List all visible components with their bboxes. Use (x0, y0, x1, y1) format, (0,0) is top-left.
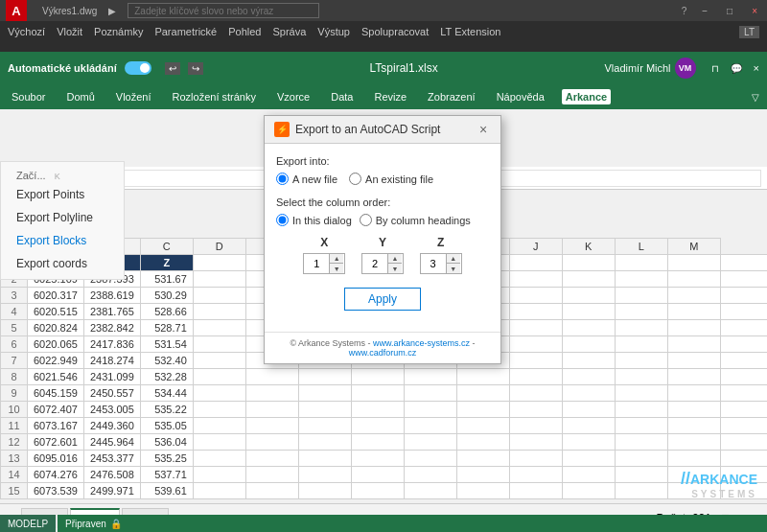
cell-b3[interactable]: 2388.619 (83, 288, 140, 304)
empty-cell[interactable] (298, 418, 351, 434)
empty-cell[interactable] (667, 353, 720, 369)
cell-b15[interactable]: 2499.971 (83, 483, 140, 499)
empty-cell[interactable] (245, 434, 298, 451)
cell-b8[interactable]: 2431.099 (83, 369, 140, 385)
menu-parametricke[interactable]: Parametrické (154, 26, 217, 37)
empty-cell[interactable] (298, 369, 351, 385)
menu-data[interactable]: Data (327, 89, 357, 104)
empty-cell[interactable] (351, 451, 404, 467)
menu-domu[interactable]: Domů (62, 89, 98, 104)
cell-c3[interactable]: 530.29 (140, 288, 193, 304)
menu-arkance[interactable]: Arkance (562, 89, 611, 104)
empty-cell[interactable] (193, 402, 245, 418)
empty-cell[interactable] (351, 467, 404, 483)
empty-cell[interactable] (456, 451, 509, 467)
empty-cell[interactable] (562, 451, 615, 467)
empty-cell[interactable] (193, 369, 245, 385)
empty-cell[interactable] (615, 336, 667, 353)
empty-cell[interactable] (245, 418, 298, 434)
spinner-z-down[interactable]: ▼ (447, 264, 460, 273)
cell-c5[interactable]: 528.71 (140, 320, 193, 336)
empty-cell[interactable] (615, 271, 667, 288)
radio-existing-file-input[interactable] (349, 173, 361, 185)
empty-cell[interactable] (193, 467, 245, 483)
spinner-y[interactable]: 2 ▲ ▼ (361, 253, 404, 274)
empty-cell[interactable] (615, 304, 667, 320)
spinner-z-input[interactable]: 3 (421, 254, 446, 273)
cell-a13[interactable]: 6095.016 (28, 451, 84, 467)
redo-btn[interactable]: ↪ (188, 62, 203, 75)
empty-cell[interactable] (615, 418, 667, 434)
empty-cell[interactable] (509, 353, 562, 369)
cell-b12[interactable]: 2445.964 (83, 434, 140, 451)
cell-a8[interactable]: 6021.546 (28, 369, 84, 385)
empty-cell[interactable] (720, 304, 767, 320)
menu-napoveda[interactable]: Nápověda (493, 89, 548, 104)
cell-c9[interactable]: 534.44 (140, 385, 193, 402)
empty-cell[interactable] (667, 369, 720, 385)
empty-cell[interactable] (404, 369, 456, 385)
spinner-x-input[interactable]: 1 (304, 254, 329, 273)
empty-cell[interactable] (720, 353, 767, 369)
cell-c10[interactable]: 535.22 (140, 402, 193, 418)
empty-cell[interactable] (667, 271, 720, 288)
empty-cell[interactable] (509, 402, 562, 418)
empty-cell[interactable] (667, 336, 720, 353)
empty-cell[interactable] (615, 255, 667, 271)
sidebar-item-export-blocks[interactable]: Export Blocks (1, 229, 124, 252)
empty-cell[interactable] (456, 402, 509, 418)
sidebar-item-export-polyline[interactable]: Export Polyline (1, 206, 124, 229)
empty-cell[interactable] (298, 434, 351, 451)
lt-btn[interactable]: LT (739, 26, 759, 38)
empty-cell[interactable] (562, 304, 615, 320)
empty-cell[interactable] (562, 288, 615, 304)
menu-vlozit[interactable]: Vložit (57, 26, 82, 37)
menu-sprava[interactable]: Správa (272, 26, 306, 37)
empty-cell[interactable] (404, 402, 456, 418)
cell-c15[interactable]: 539.61 (140, 483, 193, 499)
empty-cell[interactable] (351, 402, 404, 418)
empty-cell[interactable] (509, 288, 562, 304)
radio-new-file[interactable]: A new file (276, 173, 337, 185)
radio-existing-file[interactable]: An existing file (349, 173, 433, 185)
empty-cell[interactable] (193, 418, 245, 434)
empty-cell[interactable] (562, 483, 615, 499)
empty-cell[interactable] (509, 336, 562, 353)
empty-cell[interactable] (562, 402, 615, 418)
apply-button[interactable]: Apply (344, 288, 421, 311)
spinner-x-down[interactable]: ▼ (330, 264, 343, 273)
ribbon-expand-icon[interactable]: ▽ (752, 92, 759, 103)
empty-cell[interactable] (456, 385, 509, 402)
spinner-x-up[interactable]: ▲ (330, 254, 343, 264)
cell-b6[interactable]: 2417.836 (83, 336, 140, 353)
cell-a12[interactable]: 6072.601 (28, 434, 84, 451)
empty-cell[interactable] (720, 336, 767, 353)
empty-cell[interactable] (404, 483, 456, 499)
spinner-y-input[interactable]: 2 (362, 254, 387, 273)
empty-cell[interactable] (720, 385, 767, 402)
empty-cell[interactable] (351, 418, 404, 434)
empty-cell[interactable] (667, 320, 720, 336)
cell-b10[interactable]: 2453.005 (83, 402, 140, 418)
menu-vlozeni[interactable]: Vložení (112, 89, 155, 104)
menu-lt-extension[interactable]: LT Extension (440, 26, 500, 37)
empty-cell[interactable] (667, 255, 720, 271)
empty-cell[interactable] (562, 385, 615, 402)
empty-cell[interactable] (615, 483, 667, 499)
cell-a10[interactable]: 6072.407 (28, 402, 84, 418)
empty-cell[interactable] (509, 385, 562, 402)
menu-poznamky[interactable]: Poznámky (94, 26, 143, 37)
empty-cell[interactable] (245, 451, 298, 467)
menu-rozlozeni[interactable]: Rozložení stránky (169, 89, 260, 104)
empty-cell[interactable] (562, 336, 615, 353)
cell-c7[interactable]: 532.40 (140, 353, 193, 369)
empty-cell[interactable] (509, 434, 562, 451)
empty-cell[interactable] (562, 353, 615, 369)
empty-cell[interactable] (193, 385, 245, 402)
empty-cell[interactable] (562, 271, 615, 288)
empty-cell[interactable] (456, 483, 509, 499)
empty-cell[interactable] (562, 255, 615, 271)
empty-cell[interactable] (509, 304, 562, 320)
empty-cell[interactable] (615, 353, 667, 369)
footer-link2[interactable]: www.cadforum.cz (349, 348, 417, 358)
